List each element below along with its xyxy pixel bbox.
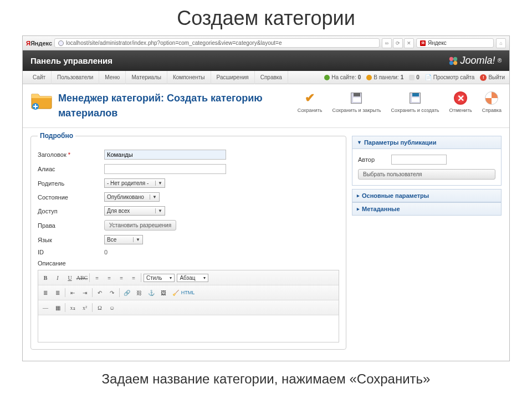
chevron-down-icon: ▼ bbox=[150, 195, 157, 200]
style-select[interactable]: Стиль▾ bbox=[144, 274, 175, 282]
details-fieldset: Подробно Заголовок * Алиас Родитель - Не… bbox=[30, 136, 346, 350]
redo-button[interactable]: ↷ bbox=[107, 288, 117, 298]
menu-extensions[interactable]: Расширения bbox=[211, 71, 255, 84]
save-close-button[interactable]: Сохранить и закрыть bbox=[332, 91, 381, 113]
align-center-button[interactable]: ≡ bbox=[104, 273, 114, 283]
preview-site-link[interactable]: 📄 Просмотр сайта bbox=[425, 74, 475, 80]
label-language: Язык bbox=[38, 237, 104, 243]
panel-basic-head[interactable]: ▸Основные параметры bbox=[352, 189, 502, 202]
browser-window: ЯЯндекс localhost/site/administrator/ind… bbox=[22, 35, 510, 361]
help-button[interactable]: Справка bbox=[482, 91, 502, 113]
cleanup-button[interactable]: 🧹 bbox=[171, 288, 181, 298]
svg-point-0 bbox=[449, 57, 453, 60]
paragraph-select[interactable]: Абзац▾ bbox=[177, 274, 208, 282]
menu-site[interactable]: Сайт bbox=[27, 71, 52, 84]
parent-select[interactable]: - Нет родителя -▼ bbox=[104, 178, 165, 188]
chevron-right-icon: ▸ bbox=[357, 193, 360, 198]
save-button[interactable]: ✔ Сохранить bbox=[298, 91, 323, 113]
menu-menu[interactable]: Меню bbox=[99, 71, 126, 84]
address-field[interactable]: localhost/site/administrator/index.php?o… bbox=[54, 38, 380, 48]
stop-icon[interactable]: ✕ bbox=[404, 38, 414, 48]
pick-user-button[interactable]: Выбрать пользователя bbox=[358, 169, 495, 180]
action-toolbar: ✔ Сохранить Сохранить и закрыть Сохранит… bbox=[298, 91, 502, 113]
label-description: Описание bbox=[38, 260, 339, 267]
svg-point-1 bbox=[453, 57, 457, 60]
right-panel: ▼Параметры публикации Автор Выбрать поль… bbox=[352, 136, 502, 350]
italic-button[interactable]: I bbox=[53, 273, 63, 283]
title-input[interactable] bbox=[104, 150, 226, 160]
orange-dot-icon bbox=[366, 75, 372, 80]
panel-publishing-head[interactable]: ▼Параметры публикации bbox=[352, 136, 502, 149]
chevron-down-icon: ▼ bbox=[155, 181, 162, 186]
content-area: Подробно Заголовок * Алиас Родитель - Не… bbox=[23, 128, 509, 361]
wysiwyg-editor: B I U ABC ≡ ≡ ≡ ≡ Стиль▾ Абзац▾ bbox=[38, 270, 339, 342]
control-panel-label: Панель управления bbox=[30, 56, 112, 65]
yandex-logo: ЯЯндекс bbox=[26, 40, 52, 47]
ul-button[interactable]: ≣ bbox=[40, 288, 50, 298]
language-select[interactable]: Все▼ bbox=[104, 235, 143, 244]
logout-link[interactable]: !Выйти bbox=[480, 74, 505, 81]
editor-body[interactable] bbox=[38, 315, 339, 342]
search-placeholder: Яндекс bbox=[428, 40, 447, 46]
align-right-button[interactable]: ≡ bbox=[116, 273, 126, 283]
page-title: Менеджер категорий: Создать категорию ма… bbox=[58, 91, 269, 121]
joomla-mark-icon bbox=[448, 56, 458, 66]
cancel-button[interactable]: ✕ Отменить bbox=[449, 91, 472, 113]
editor-toolbar-3: — ▦ x₂ x² Ω ☺ bbox=[38, 300, 339, 315]
anchor-button[interactable]: ⚓ bbox=[146, 288, 156, 298]
access-select[interactable]: Для всех▼ bbox=[104, 206, 165, 216]
code-button[interactable]: HTML bbox=[183, 288, 193, 298]
state-select[interactable]: Опубликовано▼ bbox=[104, 192, 160, 202]
strike-button[interactable]: ABC bbox=[77, 273, 87, 283]
subscript-button[interactable]: x₂ bbox=[68, 303, 78, 313]
svg-point-2 bbox=[449, 61, 453, 65]
bold-button[interactable]: B bbox=[40, 273, 50, 283]
align-justify-button[interactable]: ≡ bbox=[129, 273, 139, 283]
superscript-button[interactable]: x² bbox=[80, 303, 90, 313]
address-text: localhost/site/administrator/index.php?o… bbox=[66, 40, 282, 46]
green-dot-icon bbox=[324, 75, 330, 80]
admins-status: В панели: 1 bbox=[366, 74, 403, 80]
ol-button[interactable]: ≣ bbox=[53, 288, 63, 298]
messages-status[interactable]: 0 bbox=[409, 74, 420, 80]
id-value: 0 bbox=[104, 249, 108, 255]
home-icon[interactable]: ⌂ bbox=[496, 38, 506, 48]
label-author: Автор bbox=[358, 156, 391, 163]
indent-button[interactable]: ⇥ bbox=[80, 288, 90, 298]
label-title: Заголовок * bbox=[38, 151, 104, 158]
menu-components[interactable]: Компоненты bbox=[167, 71, 211, 84]
save-new-button[interactable]: Сохранить и создать bbox=[391, 91, 439, 113]
undo-button[interactable]: ↶ bbox=[95, 288, 105, 298]
table-button[interactable]: ▦ bbox=[53, 303, 63, 313]
align-left-button[interactable]: ≡ bbox=[92, 273, 102, 283]
panel-meta-head[interactable]: ▸Метаданные bbox=[352, 202, 502, 216]
mail-icon bbox=[409, 75, 415, 80]
link-icon[interactable]: ∞ bbox=[382, 38, 392, 48]
outdent-button[interactable]: ⇤ bbox=[68, 288, 78, 298]
menu-materials[interactable]: Материалы bbox=[126, 71, 167, 84]
top-menu-status: На сайте: 0 В панели: 1 0 📄 Просмотр сай… bbox=[324, 74, 505, 81]
image-button[interactable]: 🖼 bbox=[158, 288, 168, 298]
alias-input[interactable] bbox=[104, 164, 226, 174]
link-button[interactable]: 🔗 bbox=[122, 288, 132, 298]
svg-point-3 bbox=[453, 61, 457, 65]
slide-caption: Задаем название категории, нажимаем «Сох… bbox=[0, 361, 532, 387]
author-input[interactable] bbox=[391, 155, 447, 165]
label-parent: Родитель bbox=[38, 180, 104, 187]
hr-button[interactable]: — bbox=[40, 303, 50, 313]
chevron-down-icon: ▼ bbox=[133, 237, 140, 242]
label-state: Состояние bbox=[38, 194, 104, 201]
reload-icon[interactable]: ⟳ bbox=[393, 38, 403, 48]
unlink-button[interactable]: ⛓ bbox=[134, 288, 144, 298]
underline-button[interactable]: U bbox=[65, 273, 75, 283]
set-permissions-button[interactable]: Установить разрешения bbox=[104, 220, 176, 231]
charmap-button[interactable]: Ω bbox=[95, 303, 105, 313]
label-permissions: Права bbox=[38, 222, 104, 229]
lifebuoy-icon bbox=[485, 91, 498, 105]
menu-help[interactable]: Справка bbox=[255, 71, 288, 84]
emoticon-button[interactable]: ☺ bbox=[107, 303, 117, 313]
check-icon: ✔ bbox=[305, 91, 315, 105]
url-action-icons: ∞ ⟳ ✕ bbox=[382, 38, 414, 48]
search-box[interactable]: Я Яндекс bbox=[416, 38, 494, 48]
menu-users[interactable]: Пользователи bbox=[52, 71, 99, 84]
